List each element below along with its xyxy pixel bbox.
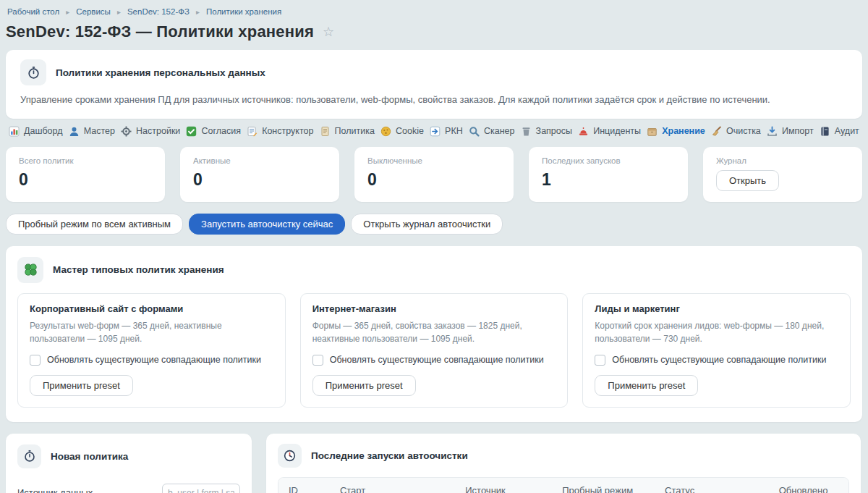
wizard-card: Мастер типовых политик хранения Корпорат… [6, 246, 862, 422]
new-policy-form: Источник данных Тип сущности [17, 476, 240, 493]
stat-value: 0 [193, 170, 326, 190]
tab-constructor[interactable]: Конструктор [247, 126, 313, 137]
preset-card-leads: Лиды и маркетинг Короткий срок хранения … [582, 293, 851, 408]
clock-icon [278, 444, 302, 468]
tab-audit[interactable]: Аудит [820, 126, 859, 137]
stopwatch-icon [17, 444, 41, 468]
tab-scanner[interactable]: Сканер [469, 126, 515, 137]
update-existing-checkbox[interactable] [30, 355, 41, 366]
puzzle-clover-icon [17, 257, 43, 283]
tab-requests[interactable]: Запросы [521, 126, 572, 137]
tab-master[interactable]: Мастер [69, 126, 115, 137]
breadcrumb: Рабочий стол ▸ Сервисы ▸ SenDev: 152-ФЗ … [6, 4, 862, 17]
tab-cleanup[interactable]: Очистка [711, 126, 761, 137]
breadcrumb-item[interactable]: SenDev: 152-ФЗ [127, 7, 190, 16]
new-policy-card: Новая политика Источник данных Тип сущно… [6, 434, 252, 493]
breadcrumb-separator-icon: ▸ [66, 8, 69, 16]
scroll-icon [320, 126, 331, 137]
preset-card-shop: Интернет-магазин Формы — 365 дней, свойс… [300, 293, 569, 408]
gear-icon [121, 126, 132, 137]
stat-value: 1 [542, 170, 675, 190]
open-autocleanup-journal-button[interactable]: Открыть журнал автоочистки [351, 214, 503, 235]
tab-policy[interactable]: Политика [320, 126, 375, 137]
tab-settings[interactable]: Настройки [121, 126, 180, 137]
run-autocleanup-button[interactable]: Запустить автоочистку сейчас [189, 214, 345, 235]
check-square-icon [186, 126, 197, 137]
broom-icon [711, 126, 722, 137]
table-header-row: ID Старт Источник Пробный режим Статус О… [278, 478, 848, 493]
open-journal-button[interactable]: Открыть [716, 170, 779, 191]
apply-preset-button[interactable]: Применить preset [30, 375, 133, 396]
tab-bar: Дашборд Мастер Настройки Согласия Констр… [6, 126, 862, 137]
recent-runs-title: Последние запуски автоочистки [311, 450, 468, 461]
cookie-icon [380, 126, 391, 137]
apply-preset-button[interactable]: Применить preset [312, 375, 416, 396]
apply-preset-button[interactable]: Применить preset [595, 375, 698, 396]
recent-runs-card: Последние запуски автоочистки ID Старт И… [266, 434, 861, 493]
new-policy-title: Новая политика [51, 451, 128, 462]
breadcrumb-item[interactable]: Рабочий стол [7, 7, 59, 16]
banner-title: Политики хранения персональных данных [56, 67, 265, 78]
stat-value: 0 [367, 170, 501, 190]
breadcrumb-separator-icon: ▸ [117, 8, 121, 16]
runs-table: ID Старт Источник Пробный режим Статус О… [278, 477, 849, 493]
export-arrow-icon [430, 126, 441, 137]
book-icon [820, 126, 830, 137]
tab-import[interactable]: Импорт [767, 126, 814, 137]
stat-active: Активные 0 [180, 147, 339, 202]
tab-consents[interactable]: Согласия [186, 126, 241, 137]
trash-icon [521, 126, 532, 137]
magnifier-icon [469, 126, 480, 137]
stopwatch-icon [20, 59, 46, 85]
banner-description: Управление сроками хранения ПД для разли… [20, 93, 848, 107]
import-arrow-icon [767, 126, 778, 137]
constructor-icon [247, 126, 258, 137]
stat-journal: Журнал Открыть [703, 147, 862, 202]
breadcrumb-item[interactable]: Сервисы [76, 7, 111, 16]
breadcrumb-separator-icon: ▸ [196, 8, 200, 16]
tab-cookie[interactable]: Cookie [380, 126, 424, 137]
stat-total-policies: Всего политик 0 [6, 147, 165, 202]
tab-incidents[interactable]: Инциденты [578, 126, 641, 137]
box-icon [647, 126, 658, 137]
stats-row: Всего политик 0 Активные 0 Выключенные 0… [6, 147, 862, 202]
tab-storage[interactable]: Хранение [647, 126, 705, 137]
actions-row: Пробный режим по всем активным Запустить… [6, 214, 862, 235]
tab-rkn[interactable]: РКН [430, 126, 463, 137]
user-icon [69, 126, 80, 137]
page-title: SenDev: 152-ФЗ — Политики хранения [6, 22, 314, 41]
banner-card: Политики хранения персональных данных Уп… [6, 50, 862, 119]
breadcrumb-item[interactable]: Политики хранения [206, 7, 281, 16]
star-icon[interactable]: ☆ [323, 24, 334, 40]
trial-mode-button[interactable]: Пробный режим по всем активным [6, 214, 183, 235]
preset-cards: Корпоративный сайт с формами Результаты … [17, 293, 851, 408]
dashboard-icon [9, 126, 20, 137]
tab-dashboard[interactable]: Дашборд [9, 126, 63, 137]
alarm-icon [578, 126, 589, 137]
stat-recent-runs: Последних запусков 1 [529, 147, 688, 202]
update-existing-checkbox[interactable] [595, 355, 605, 366]
stat-value: 0 [19, 170, 152, 190]
stat-disabled: Выключенные 0 [354, 147, 514, 202]
data-source-label: Источник данных [17, 487, 93, 493]
preset-card-corporate: Корпоративный сайт с формами Результаты … [17, 293, 286, 408]
wizard-title: Мастер типовых политик хранения [53, 264, 224, 275]
data-source-input[interactable] [162, 484, 240, 493]
update-existing-checkbox[interactable] [312, 355, 323, 366]
page: Рабочий стол ▸ Сервисы ▸ SenDev: 152-ФЗ … [0, 0, 868, 493]
